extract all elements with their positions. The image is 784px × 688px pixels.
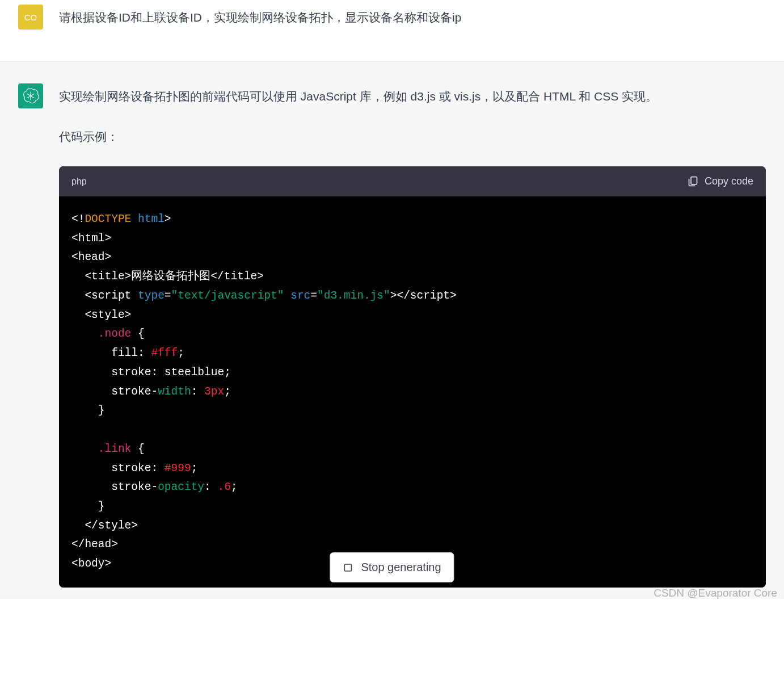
tok: 3px [204, 385, 224, 398]
tok [131, 213, 138, 225]
tok: { [131, 328, 144, 340]
user-avatar-label: CO [24, 12, 37, 22]
tok: #fff [151, 347, 178, 359]
tok: "d3.min.js" [317, 290, 390, 302]
code-header: php Copy code [59, 166, 766, 196]
tok: <! [71, 213, 85, 225]
tok: > [165, 213, 171, 225]
tok: .6 [217, 481, 230, 493]
tok: src [290, 290, 310, 302]
assistant-avatar [18, 83, 43, 108]
stop-generating-button[interactable]: Stop generating [330, 552, 454, 582]
assistant-paragraph-1: 实现绘制网络设备拓扑图的前端代码可以使用 JavaScript 库，例如 d3.… [59, 86, 766, 108]
tok: DOCTYPE [85, 213, 131, 225]
stop-generating-label: Stop generating [361, 561, 441, 574]
tok: stroke: [71, 462, 165, 475]
tok: .link [98, 443, 132, 455]
openai-logo-icon [22, 87, 39, 104]
copy-code-label: Copy code [705, 172, 753, 191]
tok: </style> [71, 519, 138, 532]
tok: ></script> [390, 290, 457, 302]
tok: stroke- [71, 385, 158, 398]
tok [284, 290, 290, 302]
tok: = [165, 290, 171, 302]
tok: </title> [210, 270, 264, 283]
tok [71, 270, 85, 283]
tok: "text/javascript" [171, 290, 284, 302]
user-message-content: 请根据设备ID和上联设备ID，实现绘制网络设备拓扑，显示设备名称和设备ip [59, 5, 766, 29]
tok: width [158, 385, 191, 398]
copy-code-button[interactable]: Copy code [687, 172, 753, 191]
tok: fill: [71, 347, 151, 359]
tok [71, 443, 98, 455]
tok: <title> [85, 270, 131, 283]
tok: = [310, 290, 317, 302]
user-message-section: CO 请根据设备ID和上联设备ID，实现绘制网络设备拓扑，显示设备名称和设备ip [0, 0, 784, 61]
tok [71, 328, 98, 340]
tok: <body> [71, 557, 111, 570]
tok: ; [231, 481, 238, 493]
code-body[interactable]: <!DOCTYPE html> <html> <head> <title>网络设… [59, 196, 766, 588]
tok: type [138, 290, 165, 302]
svg-rect-0 [691, 177, 697, 184]
tok: ; [224, 385, 231, 398]
tok: : [204, 481, 217, 493]
tok: } [71, 500, 105, 513]
assistant-message-content: 实现绘制网络设备拓扑图的前端代码可以使用 JavaScript 库，例如 d3.… [59, 83, 766, 588]
watermark: CSDN @Evaporator Core [654, 587, 777, 599]
tok: stroke: steelblue; [71, 366, 231, 379]
tok: .node [98, 328, 132, 340]
user-avatar: CO [18, 5, 43, 30]
tok: html [138, 213, 165, 225]
tok: opacity [158, 481, 204, 493]
stop-square-icon [343, 563, 353, 573]
tok: <script [71, 290, 138, 302]
assistant-paragraph-2: 代码示例： [59, 126, 766, 148]
tok: </head> [71, 538, 118, 551]
tok: <html> [71, 232, 111, 245]
svg-rect-1 [344, 564, 351, 571]
user-message-text: 请根据设备ID和上联设备ID，实现绘制网络设备拓扑，显示设备名称和设备ip [59, 11, 461, 24]
assistant-message-section: 实现绘制网络设备拓扑图的前端代码可以使用 JavaScript 库，例如 d3.… [0, 61, 784, 599]
tok: ; [191, 462, 198, 475]
tok: { [131, 443, 144, 455]
code-language-label: php [71, 173, 87, 190]
clipboard-icon [687, 175, 699, 187]
tok: <style> [71, 309, 131, 321]
tok: 网络设备拓扑图 [131, 270, 210, 283]
tok: : [191, 385, 204, 398]
code-block: php Copy code <!DOCTYPE html> <html> <he… [59, 166, 766, 588]
tok: stroke- [71, 481, 158, 493]
tok: ; [178, 347, 184, 359]
tok: } [71, 404, 105, 417]
tok: <head> [71, 251, 111, 263]
tok: #999 [165, 462, 191, 475]
